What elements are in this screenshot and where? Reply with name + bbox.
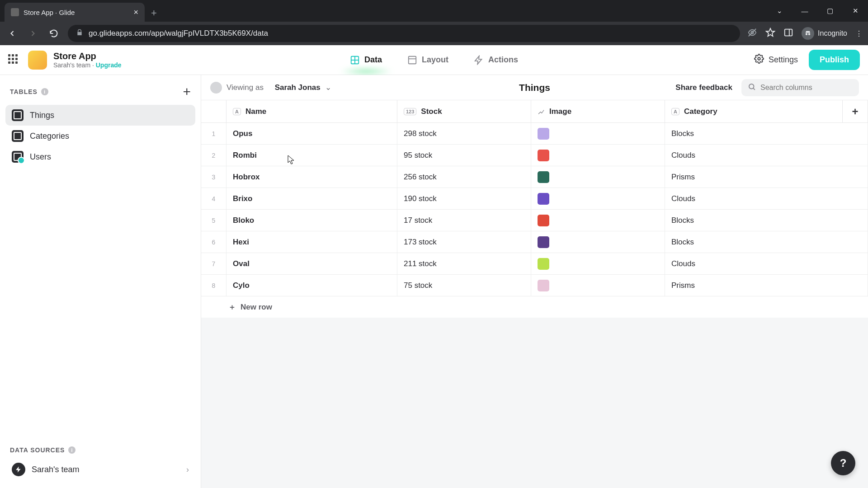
cell-image[interactable] <box>531 210 665 231</box>
cell-category[interactable]: Blocks <box>665 231 868 253</box>
cell-image[interactable] <box>531 275 665 296</box>
app-subtitle: Sarah's team · Upgrade <box>53 61 122 69</box>
table-row[interactable]: 5 Bloko 17 stock Blocks <box>201 210 868 231</box>
back-button[interactable] <box>5 27 19 40</box>
cell-image[interactable] <box>531 253 665 274</box>
active-tab-glow <box>339 67 393 76</box>
cell-image[interactable] <box>531 123 665 144</box>
table-row[interactable]: 2 Rombi 95 stock Clouds <box>201 145 868 166</box>
incognito-badge[interactable]: Incognito <box>802 27 847 40</box>
settings-link[interactable]: Settings <box>754 54 798 66</box>
cell-image[interactable] <box>531 145 665 166</box>
svg-rect-9 <box>409 56 416 64</box>
close-tab-icon[interactable]: × <box>133 8 138 17</box>
close-window-icon[interactable]: ✕ <box>843 0 868 22</box>
cell-stock[interactable]: 256 stock <box>397 166 531 188</box>
cell-name[interactable]: Oval <box>226 253 397 274</box>
sidebar-item-label: Users <box>30 152 51 162</box>
tab-data[interactable]: Data <box>348 47 384 73</box>
column-header-image[interactable]: Image <box>531 100 665 122</box>
cell-stock[interactable]: 211 stock <box>397 253 531 274</box>
cell-stock[interactable]: 95 stock <box>397 145 531 166</box>
row-number: 6 <box>201 231 226 253</box>
svg-point-4 <box>806 33 808 35</box>
apps-grid-icon[interactable] <box>8 54 20 66</box>
column-header-name[interactable]: A Name <box>226 100 397 122</box>
bookmark-icon[interactable] <box>765 28 775 39</box>
new-tab-button[interactable]: + <box>145 7 163 22</box>
cell-image[interactable] <box>531 231 665 253</box>
share-feedback-link[interactable]: Share feedback <box>675 83 732 92</box>
tab-search-icon[interactable]: ⌄ <box>767 0 792 22</box>
data-table: A Name 123 Stock Image A Category <box>201 100 868 318</box>
svg-point-5 <box>808 33 811 35</box>
image-thumbnail <box>538 280 549 291</box>
cell-image[interactable] <box>531 188 665 209</box>
cell-image[interactable] <box>531 166 665 188</box>
sidebar-item-users[interactable]: Users <box>5 146 195 167</box>
column-header-stock[interactable]: 123 Stock <box>397 100 531 122</box>
help-button[interactable]: ? <box>831 451 855 475</box>
add-table-button[interactable]: + <box>183 84 191 99</box>
table-icon <box>12 151 24 163</box>
cell-name[interactable]: Cylo <box>226 275 397 296</box>
upgrade-link[interactable]: Upgrade <box>96 61 122 69</box>
cell-name[interactable]: Opus <box>226 123 397 144</box>
tab-actions[interactable]: Actions <box>472 47 520 73</box>
cell-stock[interactable]: 75 stock <box>397 275 531 296</box>
cell-name[interactable]: Hexi <box>226 231 397 253</box>
row-number: 4 <box>201 188 226 209</box>
viewing-as-dropdown[interactable]: Viewing as Sarah Jonas ⌄ <box>210 82 331 94</box>
cell-name[interactable]: Rombi <box>226 145 397 166</box>
tab-layout[interactable]: Layout <box>406 47 450 73</box>
cell-category[interactable]: Clouds <box>665 145 868 166</box>
cell-category[interactable]: Clouds <box>665 253 868 274</box>
data-source-label: Sarah's team <box>32 465 80 474</box>
forward-button[interactable] <box>26 27 40 40</box>
image-thumbnail <box>538 171 549 183</box>
new-row-button[interactable]: ＋ New row <box>201 296 868 318</box>
search-columns-box[interactable] <box>741 79 859 96</box>
cell-name[interactable]: Bloko <box>226 210 397 231</box>
svg-point-11 <box>758 57 760 60</box>
table-row[interactable]: 8 Cylo 75 stock Prisms <box>201 275 868 296</box>
panel-icon[interactable] <box>783 28 793 39</box>
cell-name[interactable]: Hobrox <box>226 166 397 188</box>
search-input[interactable] <box>760 84 853 92</box>
table-row[interactable]: 1 Opus 298 stock Blocks <box>201 123 868 145</box>
tab-title: Store App · Glide <box>24 9 75 16</box>
cell-stock[interactable]: 190 stock <box>397 188 531 209</box>
chevron-right-icon: › <box>186 465 189 474</box>
cell-stock[interactable]: 173 stock <box>397 231 531 253</box>
table-row[interactable]: 7 Oval 211 stock Clouds <box>201 253 868 275</box>
table-row[interactable]: 6 Hexi 173 stock Blocks <box>201 231 868 253</box>
url-text: go.glideapps.com/app/walgjFpIVLDTX3b5K69… <box>89 29 268 38</box>
cell-category[interactable]: Clouds <box>665 188 868 209</box>
cell-category[interactable]: Prisms <box>665 275 868 296</box>
maximize-icon[interactable]: ▢ <box>817 0 843 22</box>
tracking-icon[interactable] <box>747 28 757 39</box>
info-icon[interactable]: i <box>41 88 48 95</box>
sidebar-item-categories[interactable]: Categories <box>5 126 195 146</box>
url-field[interactable]: go.glideapps.com/app/walgjFpIVLDTX3b5K69… <box>68 25 740 42</box>
cell-stock[interactable]: 298 stock <box>397 123 531 144</box>
column-header-category[interactable]: A Category <box>665 100 843 122</box>
sidebar-item-label: Things <box>30 111 54 120</box>
reload-button[interactable] <box>47 27 61 40</box>
table-row[interactable]: 4 Brixo 190 stock Clouds <box>201 188 868 210</box>
data-source-item[interactable]: Sarah's team › <box>5 457 195 482</box>
table-row[interactable]: 3 Hobrox 256 stock Prisms <box>201 166 868 188</box>
cell-name[interactable]: Brixo <box>226 188 397 209</box>
cell-category[interactable]: Prisms <box>665 166 868 188</box>
browser-tab[interactable]: Store App · Glide × <box>5 3 145 22</box>
info-icon[interactable]: i <box>68 446 75 454</box>
svg-rect-2 <box>785 29 793 36</box>
minimize-icon[interactable]: — <box>792 0 817 22</box>
publish-button[interactable]: Publish <box>809 50 860 70</box>
cell-stock[interactable]: 17 stock <box>397 210 531 231</box>
cell-category[interactable]: Blocks <box>665 123 868 144</box>
add-column-button[interactable]: + <box>843 100 868 122</box>
sidebar-item-things[interactable]: Things <box>5 105 195 126</box>
cell-category[interactable]: Blocks <box>665 210 868 231</box>
browser-menu-icon[interactable]: ⋮ <box>855 29 863 38</box>
